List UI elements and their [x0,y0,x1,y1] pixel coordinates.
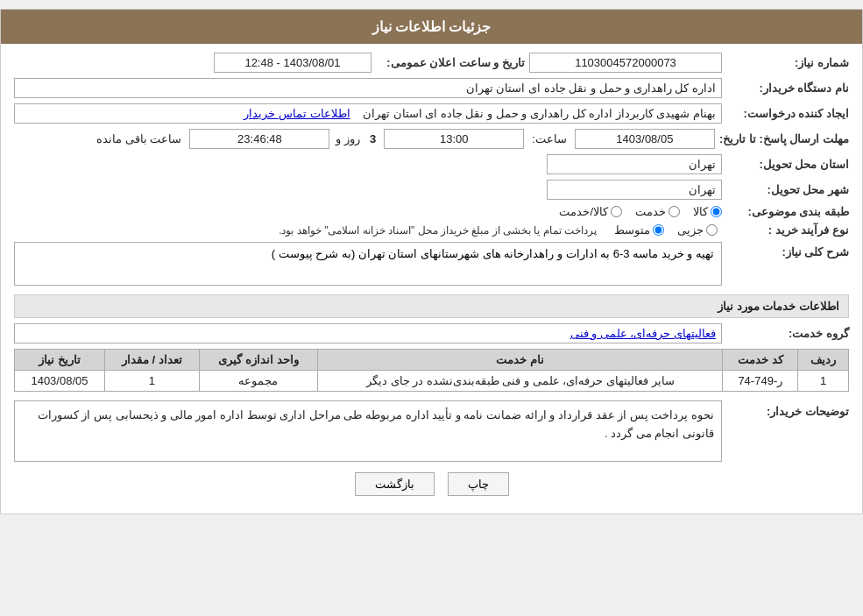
table-row: 1 ر-749-74 سایر فعالیتهای حرفه‌ای، علمی … [15,371,849,392]
requester-org-label: نام دستگاه خریدار: [726,81,849,95]
deadline-label: مهلت ارسال پاسخ: تا تاریخ: [719,132,849,145]
cell-date: 1403/08/05 [15,371,105,392]
creator-value: بهنام شهیدی کاربرداز اداره کل راهداری و … [14,103,722,124]
cell-unit: مجموعه [199,371,318,392]
cell-row: 1 [798,371,849,392]
purchase-option-motavasset: متوسط [614,223,664,237]
creator-row: ایجاد کننده درخواست: بهنام شهیدی کاربردا… [14,103,849,124]
announce-date-label: تاریخ و ساعت اعلان عمومی: [376,56,525,69]
announce-date-value: 1403/08/01 - 12:48 [214,53,371,73]
city-label: شهر محل تحویل: [726,183,849,196]
service-group-value: فعالیتهای حرفه‌ای، علمی و فنی [14,323,722,343]
page-title: جزئیات اطلاعات نیاز [372,19,492,34]
remaining-suffix: ساعت باقی مانده [96,132,181,145]
need-number-label: شماره نیاز: [726,56,849,69]
page-container: جزئیات اطلاعات نیاز شماره نیاز: 11030045… [0,9,863,514]
deadline-time-label: ساعت: [532,132,567,145]
subject-row: طبقه بندی موضوعی: کالا خدمت کالا/خدمت [14,205,849,218]
purchase-radio-group: جزیی متوسط [614,223,718,237]
creator-label: ایجاد کننده درخواست: [726,107,849,120]
service-info-header: اطلاعات خدمات مورد نیاز [14,294,849,318]
col-quantity: تعداد / مقدار [104,350,199,371]
content-area: شماره نیاز: 1103004572000073 تاریخ و ساع… [1,44,862,513]
subject-radio-group: کالا خدمت کالا/خدمت [559,205,722,218]
buyer-desc-row: توضیحات خریدار: نحوه پرداخت پس از عقد قر… [14,400,849,462]
print-button[interactable]: چاپ [448,472,509,496]
cell-code: ر-749-74 [723,371,798,392]
city-row: شهر محل تحویل: تهران [14,180,849,200]
needs-row: شرح کلی نیاز: [14,242,849,286]
requester-org-value: اداره کل راهداری و حمل و نقل جاده ای است… [14,78,722,98]
org-row: نام دستگاه خریدار: اداره کل راهداری و حم… [14,78,849,98]
page-header: جزئیات اطلاعات نیاز [1,10,862,44]
purchase-option-jozi: جزیی [677,223,718,237]
subject-label: طبقه بندی موضوعی: [726,205,849,218]
col-row: ردیف [798,350,849,371]
needs-value[interactable] [14,242,722,286]
remaining-days: 3 [370,132,376,145]
buyer-desc-label: توضیحات خریدار: [726,400,849,418]
table-header-row: ردیف کد خدمت نام خدمت واحد اندازه گیری ت… [15,350,849,371]
service-table: ردیف کد خدمت نام خدمت واحد اندازه گیری ت… [14,349,849,392]
purchase-note: پرداخت تمام یا بخشی از مبلغ خریداز محل "… [279,224,597,237]
col-code: کد خدمت [723,350,798,371]
subject-option-kala-khedmat: کالا/خدمت [559,205,622,218]
deadline-time: 13:00 [384,129,524,149]
buttons-row: چاپ بازگشت [14,472,849,505]
city-value: تهران [547,180,722,200]
cell-name: سایر فعالیتهای حرفه‌ای، علمی و فنی طبقه‌… [318,371,723,392]
need-number-row: شماره نیاز: 1103004572000073 تاریخ و ساع… [14,53,849,73]
service-group-row: گروه خدمت: فعالیتهای حرفه‌ای، علمی و فنی [14,323,849,343]
col-date: تاریخ نیاز [15,350,105,371]
subject-option-khedmat: خدمت [635,205,680,218]
province-value: تهران [547,154,722,174]
subject-option-kala: کالا [693,205,722,218]
needs-label: شرح کلی نیاز: [726,242,849,258]
purchase-type-label: نوع فرآیند خرید : [726,223,849,237]
cell-quantity: 1 [104,371,199,392]
province-row: استان محل تحویل: تهران [14,154,849,174]
col-unit: واحد اندازه گیری [199,350,318,371]
service-group-link[interactable]: فعالیتهای حرفه‌ای، علمی و فنی [570,327,716,340]
back-button[interactable]: بازگشت [355,472,435,496]
remaining-days-label: روز و [336,132,360,145]
deadline-date: 1403/08/05 [575,129,715,149]
contact-link[interactable]: اطلاعات تماس خریدار [244,107,350,120]
purchase-type-row: نوع فرآیند خرید : جزیی متوسط پرداخت تمام… [14,223,849,237]
deadline-row: مهلت ارسال پاسخ: تا تاریخ: 1403/08/05 سا… [14,129,849,149]
remaining-time: 23:46:48 [189,129,329,149]
province-label: استان محل تحویل: [726,158,849,171]
buyer-desc-value: نحوه پرداخت پس از عقد قرارداد و ارائه ضم… [14,400,722,462]
need-number-value: 1103004572000073 [529,53,722,73]
service-group-label: گروه خدمت: [726,327,849,340]
col-name: نام خدمت [318,350,723,371]
